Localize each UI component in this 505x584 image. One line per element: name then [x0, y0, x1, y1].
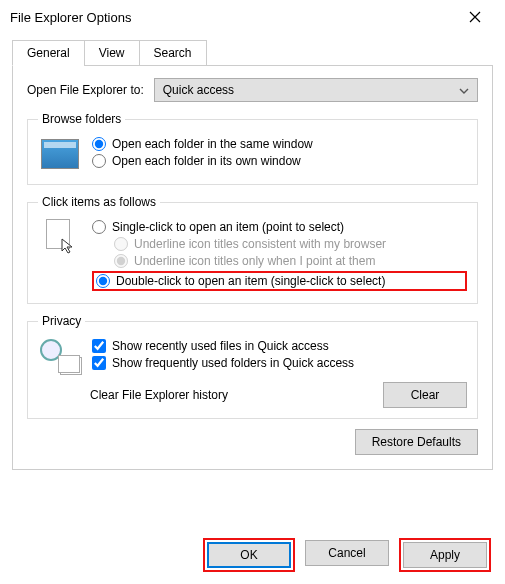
folder-icon: [38, 134, 82, 174]
close-button[interactable]: [455, 4, 495, 30]
title-bar: File Explorer Options: [0, 0, 505, 34]
tab-general[interactable]: General: [12, 40, 85, 66]
check-recent-files-input[interactable]: [92, 339, 106, 353]
highlight-double-click: Double-click to open an item (single-cli…: [92, 271, 467, 291]
radio-own-window[interactable]: Open each folder in its own window: [92, 154, 467, 168]
tab-view[interactable]: View: [84, 40, 140, 66]
radio-double-click-input[interactable]: [96, 274, 110, 288]
check-frequent-folders-input[interactable]: [92, 356, 106, 370]
radio-double-click[interactable]: Double-click to open an item (single-cli…: [96, 274, 463, 288]
dialog-buttons: OK Cancel Apply: [203, 538, 491, 572]
highlight-apply: Apply: [399, 538, 491, 572]
apply-button[interactable]: Apply: [403, 542, 487, 568]
tab-panel-general: Open File Explorer to: Quick access Brow…: [12, 65, 493, 470]
open-to-label: Open File Explorer to:: [27, 83, 144, 97]
cancel-wrap: Cancel: [303, 538, 391, 572]
clear-button[interactable]: Clear: [383, 382, 467, 408]
ok-button[interactable]: OK: [207, 542, 291, 568]
chevron-down-icon: [459, 83, 469, 97]
click-legend: Click items as follows: [38, 195, 160, 209]
radio-same-window[interactable]: Open each folder in the same window: [92, 137, 467, 151]
tab-strip: General View Search: [12, 40, 493, 66]
privacy-legend: Privacy: [38, 314, 85, 328]
radio-same-window-input[interactable]: [92, 137, 106, 151]
window-title: File Explorer Options: [10, 10, 131, 25]
clear-history-label: Clear File Explorer history: [90, 388, 228, 402]
radio-underline-point-input: [114, 254, 128, 268]
tab-search[interactable]: Search: [139, 40, 207, 66]
click-items-group: Click items as follows Single-click to o…: [27, 195, 478, 304]
restore-defaults-button[interactable]: Restore Defaults: [355, 429, 478, 455]
close-icon: [469, 11, 481, 23]
radio-single-click-input[interactable]: [92, 220, 106, 234]
radio-own-window-input[interactable]: [92, 154, 106, 168]
check-frequent-folders[interactable]: Show frequently used folders in Quick ac…: [92, 356, 467, 370]
open-to-dropdown[interactable]: Quick access: [154, 78, 478, 102]
privacy-group: Privacy Show recently used files in Quic…: [27, 314, 478, 419]
cancel-button[interactable]: Cancel: [305, 540, 389, 566]
radio-underline-point: Underline icon titles only when I point …: [114, 254, 467, 268]
radio-single-click[interactable]: Single-click to open an item (point to s…: [92, 220, 467, 234]
check-recent-files[interactable]: Show recently used files in Quick access: [92, 339, 467, 353]
click-icon: [38, 217, 82, 257]
browse-legend: Browse folders: [38, 112, 125, 126]
browse-folders-group: Browse folders Open each folder in the s…: [27, 112, 478, 185]
open-to-value: Quick access: [163, 83, 234, 97]
radio-underline-browser: Underline icon titles consistent with my…: [114, 237, 467, 251]
highlight-ok: OK: [203, 538, 295, 572]
privacy-icon: [38, 336, 82, 376]
radio-underline-browser-input: [114, 237, 128, 251]
